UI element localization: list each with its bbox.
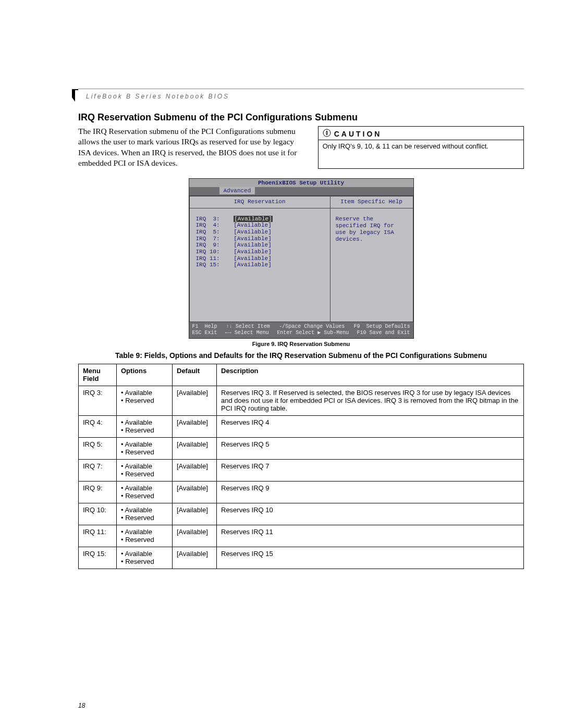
- cell-description: Reserves IRQ 9: [217, 481, 524, 503]
- header-rule: [78, 89, 524, 89]
- option-value: • Available: [121, 462, 169, 470]
- cell-description: Reserves IRQ 5: [217, 437, 524, 459]
- cell-description: Reserves IRQ 15: [217, 547, 524, 569]
- bios-left-panel: IRQ Reservation IRQ 3: [Available]IRQ 4:…: [189, 196, 331, 322]
- cell-options: • Available• Reserved: [117, 481, 173, 503]
- cell-default: [Available]: [173, 525, 217, 547]
- bios-irq-value[interactable]: [Available]: [234, 255, 272, 262]
- cell-default: [Available]: [173, 459, 217, 481]
- bios-panel-title: IRQ Reservation: [190, 196, 330, 208]
- cell-menu-field: IRQ 3:: [79, 386, 117, 415]
- figure-caption: Figure 9. IRQ Reservation Submenu: [78, 341, 524, 347]
- cell-description: Reserves IRQ 10: [217, 503, 524, 525]
- bios-irq-row[interactable]: IRQ 5: [Available]: [196, 229, 324, 236]
- intro-paragraph: The IRQ Reservation submenu of the PCI C…: [78, 126, 305, 169]
- option-value: • Reserved: [121, 492, 169, 500]
- cell-menu-field: IRQ 9:: [79, 481, 117, 503]
- bios-key-exit: ESC Exit: [192, 330, 217, 337]
- bios-irq-label: IRQ 15:: [196, 262, 234, 268]
- bios-titlebar: PhoenixBIOS Setup Utility: [189, 179, 413, 187]
- bios-irq-row[interactable]: IRQ 15: [Available]: [196, 262, 324, 268]
- cell-menu-field: IRQ 7:: [79, 459, 117, 481]
- table-row: IRQ 4:• Available• Reserved[Available]Re…: [79, 415, 524, 437]
- page-number: 18: [78, 702, 85, 709]
- bios-screenshot: PhoenixBIOS Setup Utility Advanced IRQ R…: [189, 178, 414, 339]
- table-title: Table 9: Fields, Options and Defaults fo…: [78, 351, 524, 360]
- bios-irq-row[interactable]: IRQ 11: [Available]: [196, 255, 324, 262]
- cell-menu-field: IRQ 11:: [79, 525, 117, 547]
- cell-options: • Available• Reserved: [117, 525, 173, 547]
- col-description: Description: [217, 364, 524, 386]
- option-value: • Reserved: [121, 448, 169, 456]
- bios-irq-value[interactable]: [Available]: [234, 262, 272, 268]
- bios-irq-value[interactable]: [Available]: [234, 249, 272, 255]
- option-value: • Available: [121, 389, 169, 397]
- cell-description: Reserves IRQ 7: [217, 459, 524, 481]
- bios-irq-label: IRQ 9:: [196, 242, 234, 248]
- caution-icon: [323, 129, 331, 139]
- cell-default: [Available]: [173, 547, 217, 569]
- table-row: IRQ 11:• Available• Reserved[Available]R…: [79, 525, 524, 547]
- table-row: IRQ 15:• Available• Reserved[Available]R…: [79, 547, 524, 569]
- col-default: Default: [173, 364, 217, 386]
- cell-menu-field: IRQ 5:: [79, 437, 117, 459]
- cell-options: • Available• Reserved: [117, 503, 173, 525]
- cell-default: [Available]: [173, 503, 217, 525]
- option-value: • Reserved: [121, 514, 169, 522]
- option-value: • Reserved: [121, 470, 169, 478]
- option-value: • Reserved: [121, 397, 169, 404]
- bios-irq-row[interactable]: IRQ 10: [Available]: [196, 249, 324, 255]
- bios-irq-row[interactable]: IRQ 7: [Available]: [196, 236, 324, 242]
- cell-menu-field: IRQ 10:: [79, 503, 117, 525]
- fields-table: Menu Field Options Default Description I…: [78, 364, 524, 569]
- bios-irq-value[interactable]: [Available]: [234, 229, 272, 235]
- bios-irq-row[interactable]: IRQ 9: [Available]: [196, 242, 324, 249]
- cell-options: • Available• Reserved: [117, 459, 173, 481]
- bios-key-save-exit: F10 Save and Exit: [357, 330, 410, 337]
- cell-default: [Available]: [173, 437, 217, 459]
- bios-key-select-menu: ←→ Select Menu: [225, 330, 269, 337]
- bios-help-title: Item Specific Help: [331, 196, 413, 208]
- cell-options: • Available• Reserved: [117, 386, 173, 415]
- bios-irq-value[interactable]: [Available]: [234, 236, 272, 242]
- bios-help-text: Reserve the specified IRQ for use by leg…: [331, 208, 413, 251]
- bios-help-panel: Item Specific Help Reserve the specified…: [331, 196, 413, 322]
- table-row: IRQ 3:• Available• Reserved[Available]Re…: [79, 386, 524, 415]
- bios-menubar: Advanced: [189, 187, 413, 195]
- bios-irq-label: IRQ 3:: [196, 216, 234, 222]
- section-title: IRQ Reservation Submenu of the PCI Confi…: [78, 112, 524, 123]
- col-menu-field: Menu Field: [79, 364, 117, 386]
- cell-menu-field: IRQ 4:: [79, 415, 117, 437]
- bios-irq-row[interactable]: IRQ 4: [Available]: [196, 222, 324, 229]
- bios-irq-label: IRQ 7:: [196, 236, 234, 242]
- bios-irq-label: IRQ 10:: [196, 249, 234, 255]
- bios-key-change-values: -/Space Change Values: [279, 324, 345, 330]
- bios-irq-row[interactable]: IRQ 3: [Available]: [196, 216, 324, 223]
- cell-options: • Available• Reserved: [117, 415, 173, 437]
- bios-key-setup-defaults: F9 Setup Defaults: [353, 324, 410, 330]
- option-value: • Reserved: [121, 558, 169, 565]
- table-row: IRQ 9:• Available• Reserved[Available]Re…: [79, 481, 524, 503]
- bios-footer: F1 Help ↑↓ Select Item -/Space Change Va…: [189, 322, 413, 338]
- bios-key-select-item: ↑↓ Select Item: [226, 324, 270, 330]
- bios-irq-value[interactable]: [Available]: [234, 242, 272, 248]
- bios-irq-label: IRQ 5:: [196, 229, 234, 235]
- caution-label: CAUTION: [334, 130, 382, 138]
- bios-irq-value[interactable]: [Available]: [234, 222, 272, 228]
- cell-options: • Available• Reserved: [117, 437, 173, 459]
- option-value: • Available: [121, 440, 169, 448]
- bios-irq-value[interactable]: [Available]: [234, 216, 273, 222]
- bios-irq-list[interactable]: IRQ 3: [Available]IRQ 4: [Available]IRQ …: [190, 208, 330, 276]
- cell-default: [Available]: [173, 415, 217, 437]
- bios-key-submenu: Enter Select ▶ Sub-Menu: [277, 330, 349, 337]
- bios-tab-advanced[interactable]: Advanced: [219, 187, 255, 194]
- option-value: • Available: [121, 506, 169, 514]
- caution-box: CAUTION Only IRQ's 9, 10, & 11 can be re…: [318, 126, 524, 169]
- table-row: IRQ 10:• Available• Reserved[Available]R…: [79, 503, 524, 525]
- cell-description: Reserves IRQ 4: [217, 415, 524, 437]
- option-value: • Reserved: [121, 426, 169, 434]
- cell-menu-field: IRQ 15:: [79, 547, 117, 569]
- bios-irq-label: IRQ 11:: [196, 255, 234, 262]
- caution-text: Only IRQ's 9, 10, & 11 can be reserved w…: [319, 140, 523, 153]
- cell-default: [Available]: [173, 386, 217, 415]
